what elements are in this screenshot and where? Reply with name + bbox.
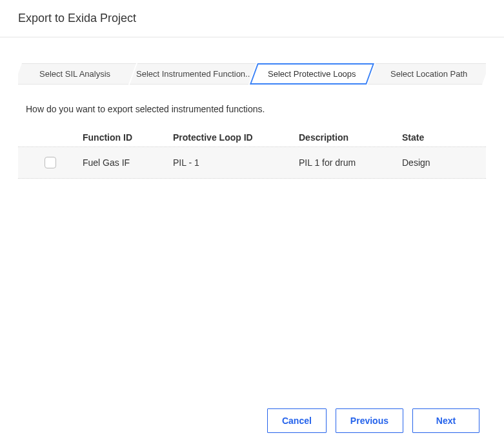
cell-description: PIL 1 for drum [299,157,402,168]
header-state: State [402,132,486,143]
step-label: Select SIL Analysis [37,69,113,79]
cell-protective-loop-id: PIL - 1 [173,157,299,168]
dialog-footer: Cancel Previous Next [267,408,479,433]
table-row: Fuel Gas IF PIL - 1 PIL 1 for drum Desig… [18,147,486,178]
wizard-steps: Select SIL Analysis Select Instrumented … [18,63,486,85]
dialog-content: Select SIL Analysis Select Instrumented … [0,37,504,179]
step-select-protective-loops[interactable]: Select Protective Loops [250,63,374,85]
protective-loops-table: Function ID Protective Loop ID Descripti… [18,128,486,179]
cell-state: Design [402,157,486,168]
next-button[interactable]: Next [412,408,479,433]
header-function-id: Function ID [83,132,173,143]
header-protective-loop-id: Protective Loop ID [173,132,299,143]
export-prompt: How do you want to export selected instr… [18,104,486,114]
row-checkbox[interactable] [45,157,56,168]
step-select-sil-analysis[interactable]: Select SIL Analysis [18,63,136,85]
table-header-row: Function ID Protective Loop ID Descripti… [18,128,486,147]
row-checkbox-cell [18,157,83,168]
cancel-button[interactable]: Cancel [267,408,327,433]
dialog-header: Export to Exida Project [0,0,504,37]
cell-function-id: Fuel Gas IF [83,157,173,168]
step-label: Select Instrumented Function.. [134,69,252,79]
previous-button[interactable]: Previous [336,408,403,433]
page-title: Export to Exida Project [18,12,486,25]
step-select-location-path[interactable]: Select Location Path [368,63,486,85]
step-select-instrumented-function[interactable]: Select Instrumented Function.. [130,63,256,85]
header-description: Description [299,132,402,143]
step-label: Select Location Path [388,69,470,79]
step-label: Select Protective Loops [265,69,359,79]
